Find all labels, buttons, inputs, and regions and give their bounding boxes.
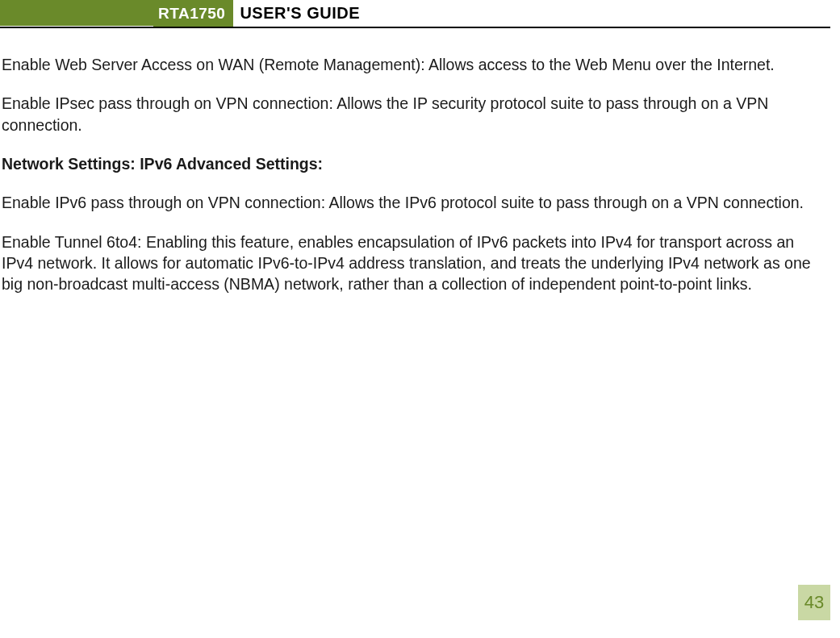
paragraph-ipsec-passthrough: Enable IPsec pass through on VPN connect…	[2, 93, 829, 136]
heading-separator: :	[130, 155, 140, 173]
heading-network-settings: Network Settings	[2, 155, 130, 173]
section-heading-ipv6: Network Settings: IPv6 Advanced Settings…	[2, 153, 829, 174]
document-title: USER'S GUIDE	[233, 0, 360, 27]
document-header: RTA1750 USER'S GUIDE	[0, 0, 830, 28]
document-body: Enable Web Server Access on WAN (Remote …	[0, 28, 840, 295]
heading-ipv6-advanced: IPv6 Advanced Settings:	[140, 155, 323, 173]
paragraph-web-server-access: Enable Web Server Access on WAN (Remote …	[2, 54, 829, 75]
page-number-badge: 43	[798, 585, 830, 620]
header-accent-bar	[0, 0, 153, 26]
paragraph-tunnel-6to4: Enable Tunnel 6to4: Enabling this featur…	[2, 231, 829, 295]
paragraph-ipv6-passthrough: Enable IPv6 pass through on VPN connecti…	[2, 192, 829, 213]
product-model: RTA1750	[153, 0, 233, 27]
